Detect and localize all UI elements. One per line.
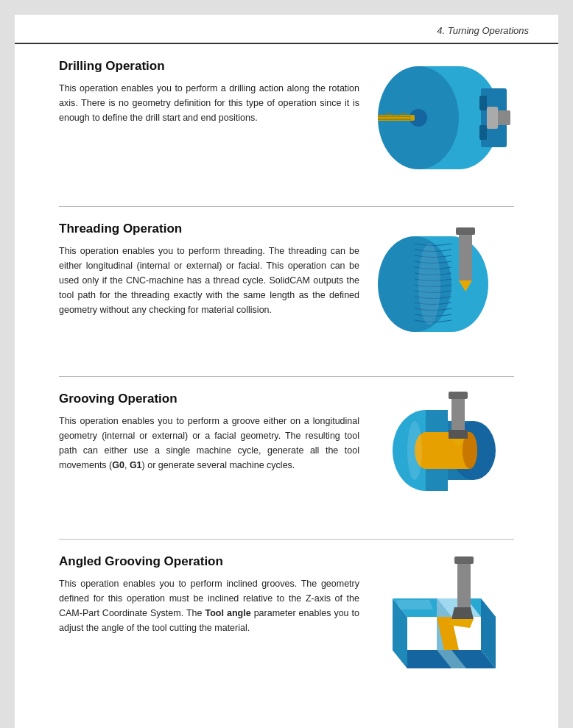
- threading-illustration: [378, 222, 510, 347]
- grooving-section: Grooving Operation This operation enable…: [59, 392, 514, 517]
- svg-rect-4: [479, 96, 487, 110]
- divider-1: [59, 206, 514, 207]
- grooving-text: Grooving Operation This operation enable…: [59, 392, 374, 473]
- angled-grooving-body: This operation enables you to perform in…: [59, 576, 359, 635]
- svg-marker-45: [396, 600, 433, 609]
- g0-code: G0: [112, 460, 124, 470]
- drilling-image: [374, 59, 514, 177]
- svg-marker-43: [451, 607, 474, 619]
- angled-grooving-image: [374, 554, 514, 683]
- angled-grooving-title: Angled Grooving Operation: [59, 554, 359, 569]
- svg-rect-5: [479, 125, 487, 140]
- grooving-illustration: [378, 392, 510, 509]
- g1-code: G1: [130, 460, 142, 470]
- threading-image: [374, 222, 514, 347]
- drilling-illustration: [378, 59, 510, 177]
- grooving-title: Grooving Operation: [59, 392, 359, 406]
- threading-body: This operation enables you to perform th…: [59, 244, 359, 317]
- drilling-body: This operation enables you to perform a …: [59, 81, 359, 125]
- page-content: Drilling Operation This operation enable…: [15, 44, 558, 728]
- svg-rect-12: [487, 107, 498, 129]
- svg-rect-42: [454, 556, 474, 564]
- svg-rect-41: [457, 558, 471, 609]
- page-header: 4. Turning Operations: [15, 15, 558, 44]
- chapter-title: 4. Turning Operations: [437, 25, 529, 36]
- svg-rect-17: [456, 227, 475, 235]
- svg-rect-30: [449, 430, 468, 439]
- threading-section: Threading Operation This operation enabl…: [59, 222, 514, 354]
- page: 4. Turning Operations Drilling Operation…: [15, 15, 558, 728]
- threading-title: Threading Operation: [59, 222, 359, 236]
- angled-grooving-section: Angled Grooving Operation This operation…: [59, 554, 514, 690]
- tool-angle-bold: Tool angle: [205, 608, 251, 618]
- angled-grooving-text: Angled Grooving Operation This operation…: [59, 554, 374, 635]
- svg-rect-29: [449, 392, 468, 399]
- threading-text: Threading Operation This operation enabl…: [59, 222, 374, 317]
- svg-point-19: [418, 244, 440, 325]
- angled-grooving-illustration: [378, 554, 510, 683]
- grooving-body: This operation enables you to perform a …: [59, 414, 359, 473]
- svg-rect-16: [459, 229, 472, 280]
- divider-2: [59, 376, 514, 377]
- drilling-text: Drilling Operation This operation enable…: [59, 59, 374, 125]
- drilling-title: Drilling Operation: [59, 59, 359, 74]
- drilling-section: Drilling Operation This operation enable…: [59, 59, 514, 184]
- svg-point-32: [407, 421, 422, 480]
- grooving-image: [374, 392, 514, 509]
- divider-3: [59, 539, 514, 540]
